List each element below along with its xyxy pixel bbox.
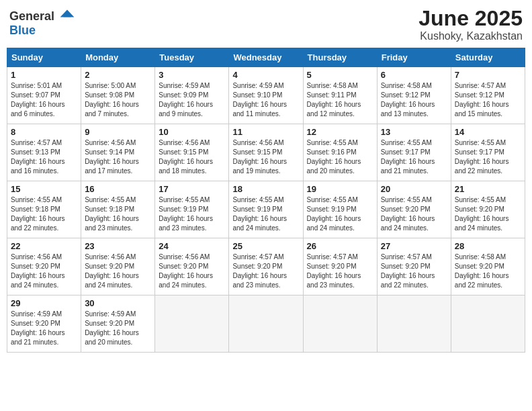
day-number: 14 <box>455 127 521 137</box>
weekday-header-wednesday: Wednesday <box>229 48 303 67</box>
week-row-1: 1 Sunrise: 5:01 AM Sunset: 9:07 PM Dayli… <box>7 67 525 124</box>
day-info: Sunrise: 4:59 AM Sunset: 9:09 PM Dayligh… <box>159 81 225 119</box>
day-info: Sunrise: 4:56 AM Sunset: 9:15 PM Dayligh… <box>232 138 299 176</box>
day-number: 5 <box>307 70 373 80</box>
sunrise-label: Sunrise: 4:55 AM <box>85 196 136 203</box>
day-cell-24: 24 Sunrise: 4:56 AM Sunset: 9:20 PM Dayl… <box>155 238 229 295</box>
sunset-label: Sunset: 9:20 PM <box>381 263 431 270</box>
day-number: 19 <box>307 184 373 194</box>
weekday-header-tuesday: Tuesday <box>155 48 229 67</box>
day-number: 2 <box>85 70 151 80</box>
sunset-label: Sunset: 9:10 PM <box>232 91 282 99</box>
daylight-label: Daylight: 16 hours and 7 minutes. <box>85 101 139 118</box>
sunset-label: Sunset: 9:14 PM <box>85 148 134 156</box>
daylight-label: Daylight: 16 hours and 23 minutes. <box>307 272 361 289</box>
daylight-label: Daylight: 16 hours and 21 minutes. <box>381 158 435 175</box>
sunrise-label: Sunrise: 4:55 AM <box>381 196 432 203</box>
day-number: 3 <box>159 70 225 80</box>
daylight-label: Daylight: 16 hours and 24 minutes. <box>232 215 287 232</box>
day-info: Sunrise: 4:55 AM Sunset: 9:19 PM Dayligh… <box>307 195 373 233</box>
sunset-label: Sunset: 9:20 PM <box>85 320 134 327</box>
sunrise-label: Sunrise: 4:55 AM <box>11 196 62 203</box>
sunrise-label: Sunrise: 4:55 AM <box>307 196 358 203</box>
daylight-label: Daylight: 16 hours and 22 minutes. <box>455 272 509 289</box>
weekday-header-thursday: Thursday <box>303 48 377 67</box>
sunset-label: Sunset: 9:20 PM <box>11 263 60 270</box>
day-cell-8: 8 Sunrise: 4:57 AM Sunset: 9:13 PM Dayli… <box>7 124 81 181</box>
day-info: Sunrise: 4:57 AM Sunset: 9:20 PM Dayligh… <box>232 253 299 290</box>
day-info: Sunrise: 4:56 AM Sunset: 9:20 PM Dayligh… <box>11 253 77 290</box>
day-number: 18 <box>232 184 299 194</box>
day-info: Sunrise: 4:55 AM Sunset: 9:17 PM Dayligh… <box>381 138 447 176</box>
day-info: Sunrise: 5:00 AM Sunset: 9:08 PM Dayligh… <box>85 81 151 119</box>
sunset-label: Sunset: 9:20 PM <box>455 205 504 213</box>
daylight-label: Daylight: 16 hours and 22 minutes. <box>11 215 65 232</box>
day-number: 30 <box>85 298 151 308</box>
day-cell-12: 12 Sunrise: 4:55 AM Sunset: 9:16 PM Dayl… <box>303 124 377 181</box>
sunset-label: Sunset: 9:09 PM <box>159 91 208 99</box>
day-info: Sunrise: 4:56 AM Sunset: 9:20 PM Dayligh… <box>85 253 151 290</box>
weekday-header-sunday: Sunday <box>7 48 81 67</box>
sunset-label: Sunset: 9:17 PM <box>455 148 504 156</box>
day-cell-29: 29 Sunrise: 4:59 AM Sunset: 9:20 PM Dayl… <box>7 295 81 353</box>
month-title: June 2025 <box>418 7 523 30</box>
daylight-label: Daylight: 16 hours and 22 minutes. <box>455 158 509 175</box>
day-info: Sunrise: 4:58 AM Sunset: 9:20 PM Dayligh… <box>455 253 521 290</box>
sunrise-label: Sunrise: 4:57 AM <box>232 253 283 261</box>
day-info: Sunrise: 4:59 AM Sunset: 9:20 PM Dayligh… <box>11 310 77 347</box>
day-number: 20 <box>381 184 447 194</box>
weekday-header-friday: Friday <box>377 48 451 67</box>
sunset-label: Sunset: 9:20 PM <box>159 263 208 270</box>
page-header: General Blue June 2025 Kushoky, Kazakhst… <box>7 7 525 42</box>
day-cell-18: 18 Sunrise: 4:55 AM Sunset: 9:19 PM Dayl… <box>229 181 303 238</box>
sunrise-label: Sunrise: 4:57 AM <box>307 253 358 261</box>
sunset-label: Sunset: 9:16 PM <box>307 148 357 156</box>
day-number: 21 <box>455 184 521 194</box>
week-row-5: 29 Sunrise: 4:59 AM Sunset: 9:20 PM Dayl… <box>7 295 525 353</box>
logo-icon <box>59 7 75 20</box>
day-number: 10 <box>159 127 225 137</box>
daylight-label: Daylight: 16 hours and 24 minutes. <box>381 215 435 232</box>
sunrise-label: Sunrise: 4:56 AM <box>232 139 283 146</box>
day-info: Sunrise: 4:57 AM Sunset: 9:12 PM Dayligh… <box>455 81 521 119</box>
sunrise-label: Sunrise: 4:58 AM <box>455 253 506 261</box>
daylight-label: Daylight: 16 hours and 11 minutes. <box>232 101 287 118</box>
day-cell-15: 15 Sunrise: 4:55 AM Sunset: 9:18 PM Dayl… <box>7 181 81 238</box>
empty-cell <box>303 295 377 353</box>
sunrise-label: Sunrise: 4:55 AM <box>159 196 210 203</box>
day-cell-6: 6 Sunrise: 4:58 AM Sunset: 9:12 PM Dayli… <box>377 67 451 124</box>
week-row-3: 15 Sunrise: 4:55 AM Sunset: 9:18 PM Dayl… <box>7 181 525 238</box>
sunset-label: Sunset: 9:17 PM <box>381 148 431 156</box>
day-info: Sunrise: 4:55 AM Sunset: 9:20 PM Dayligh… <box>455 195 521 233</box>
day-info: Sunrise: 4:58 AM Sunset: 9:11 PM Dayligh… <box>307 81 373 119</box>
day-info: Sunrise: 4:59 AM Sunset: 9:20 PM Dayligh… <box>85 310 151 347</box>
day-cell-28: 28 Sunrise: 4:58 AM Sunset: 9:20 PM Dayl… <box>451 238 525 295</box>
sunrise-label: Sunrise: 5:01 AM <box>11 82 62 89</box>
day-cell-7: 7 Sunrise: 4:57 AM Sunset: 9:12 PM Dayli… <box>451 67 525 124</box>
day-cell-20: 20 Sunrise: 4:55 AM Sunset: 9:20 PM Dayl… <box>377 181 451 238</box>
daylight-label: Daylight: 16 hours and 13 minutes. <box>381 101 435 118</box>
daylight-label: Daylight: 16 hours and 24 minutes. <box>85 272 139 289</box>
sunset-label: Sunset: 9:20 PM <box>232 263 282 270</box>
day-cell-25: 25 Sunrise: 4:57 AM Sunset: 9:20 PM Dayl… <box>229 238 303 295</box>
daylight-label: Daylight: 16 hours and 20 minutes. <box>85 329 139 346</box>
day-info: Sunrise: 4:55 AM Sunset: 9:20 PM Dayligh… <box>381 195 447 233</box>
sunrise-label: Sunrise: 4:59 AM <box>11 310 62 318</box>
empty-cell <box>451 295 525 353</box>
daylight-label: Daylight: 16 hours and 9 minutes. <box>159 101 213 118</box>
day-info: Sunrise: 4:56 AM Sunset: 9:20 PM Dayligh… <box>159 253 225 290</box>
sunset-label: Sunset: 9:20 PM <box>455 263 504 270</box>
day-info: Sunrise: 4:57 AM Sunset: 9:13 PM Dayligh… <box>11 138 77 176</box>
sunset-label: Sunset: 9:18 PM <box>11 205 60 213</box>
daylight-label: Daylight: 16 hours and 20 minutes. <box>307 158 361 175</box>
sunrise-label: Sunrise: 4:55 AM <box>232 196 283 203</box>
day-cell-2: 2 Sunrise: 5:00 AM Sunset: 9:08 PM Dayli… <box>81 67 155 124</box>
daylight-label: Daylight: 16 hours and 18 minutes. <box>159 158 213 175</box>
logo: General Blue <box>9 7 75 38</box>
day-cell-16: 16 Sunrise: 4:55 AM Sunset: 9:18 PM Dayl… <box>81 181 155 238</box>
daylight-label: Daylight: 16 hours and 24 minutes. <box>159 272 213 289</box>
daylight-label: Daylight: 16 hours and 21 minutes. <box>11 329 65 346</box>
weekday-header-saturday: Saturday <box>451 48 525 67</box>
sunset-label: Sunset: 9:13 PM <box>11 148 60 156</box>
day-number: 7 <box>455 70 521 80</box>
